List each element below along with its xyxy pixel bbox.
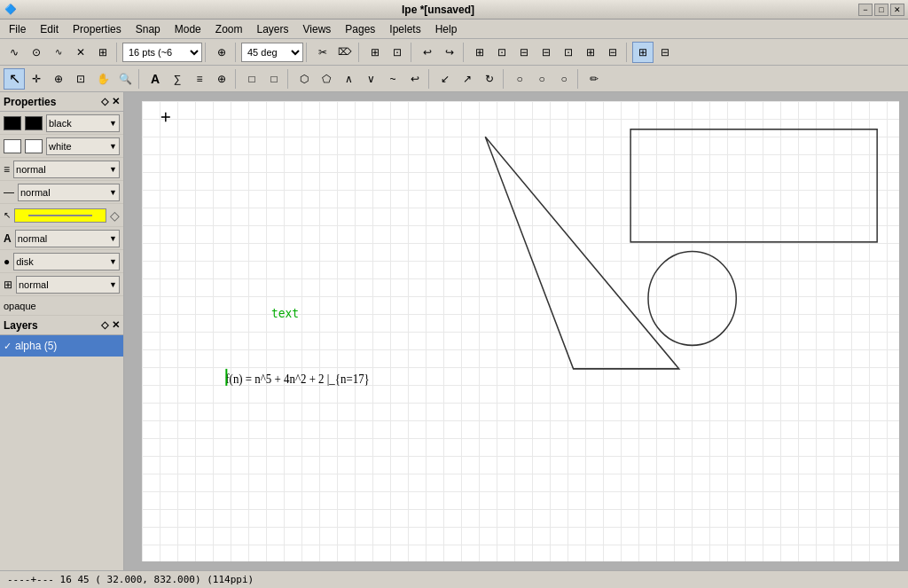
grid-snap-btn[interactable]: ⊞ [92, 42, 114, 63]
fill-color-arrow: ▼ [109, 142, 117, 151]
ellipse-btn[interactable]: ○ [509, 68, 530, 90]
stroke-preview[interactable] [14, 208, 106, 223]
no-grid-btn[interactable]: ⊟ [654, 42, 676, 63]
mark-btn[interactable]: ⊕ [211, 68, 232, 90]
menu-zoom[interactable]: Zoom [208, 21, 250, 37]
fill-color-label: white [49, 141, 72, 152]
menu-snap[interactable]: Snap [129, 21, 168, 37]
layers-header-controls[interactable]: ◇ ✕ [101, 319, 120, 331]
align-btn[interactable]: ≡ [189, 68, 210, 90]
circle-btn[interactable]: ○ [531, 68, 552, 90]
close-button[interactable]: ✕ [890, 4, 904, 16]
ink-btn[interactable]: ✏ [583, 68, 605, 90]
properties-close-icon[interactable]: ✕ [112, 96, 120, 107]
copy-btn[interactable]: ⊞ [364, 42, 386, 63]
arc-tool-btn[interactable]: ∿ [4, 42, 25, 63]
canvas[interactable]: text f(n) = n^5 + 4n^2 + 2 |_{n=17} [142, 101, 899, 561]
paste-btn[interactable]: ⊡ [387, 42, 408, 63]
shear-tool-btn[interactable]: ⊡ [70, 68, 91, 90]
sep11 [287, 69, 291, 89]
circle2-btn[interactable]: ○ [553, 68, 575, 90]
select-tool-btn[interactable]: ↖ [4, 68, 25, 90]
redo-btn[interactable]: ↪ [439, 42, 460, 63]
menu-edit[interactable]: Edit [33, 21, 66, 37]
text-tool-btn[interactable]: A [145, 68, 166, 90]
arc-draw-btn[interactable]: ∨ [360, 68, 381, 90]
properties-section: Properties ◇ ✕ black ▼ wh [0, 92, 123, 316]
text-size-icon: A [4, 232, 12, 245]
pan-tool-btn[interactable]: ✋ [92, 68, 114, 90]
grid-size-select[interactable]: normal ▼ [16, 276, 120, 294]
spline-tool-btn[interactable]: ⬠ [316, 68, 337, 90]
fill-color-select[interactable]: white ▼ [46, 137, 120, 155]
menu-ipelets[interactable]: Ipelets [382, 21, 427, 37]
curve-btn[interactable]: ∿ [48, 42, 69, 63]
poly-tool-btn[interactable]: ⬡ [294, 68, 315, 90]
transform3-btn[interactable]: ⊟ [513, 42, 535, 63]
maximize-button[interactable]: □ [874, 4, 888, 16]
menu-layers[interactable]: Layers [249, 21, 295, 37]
transform5-btn[interactable]: ⊡ [558, 42, 579, 63]
crosshair-btn[interactable]: ⊕ [211, 42, 232, 63]
pen-style-icon: ≡ [4, 163, 10, 176]
properties-pin-icon[interactable]: ◇ [101, 96, 108, 107]
line-style-select[interactable]: normal ▼ [18, 184, 120, 201]
sep14 [577, 69, 581, 89]
fill-color-outer-swatch [4, 139, 21, 153]
symbol-select[interactable]: disk ▼ [13, 253, 120, 270]
canvas-area[interactable]: text f(n) = n^5 + 4n^2 + 2 |_{n=17} [124, 92, 908, 570]
move-tool-btn[interactable]: ✛ [26, 68, 47, 90]
grid-size-label: normal [19, 279, 49, 290]
stroke-color-swatch[interactable] [25, 116, 43, 130]
layer-visibility-check[interactable]: ✓ [4, 341, 12, 352]
menu-pages[interactable]: Pages [338, 21, 382, 37]
stroke-color-arrow: ▼ [109, 119, 117, 128]
sep10 [235, 69, 239, 89]
spiro-btn[interactable]: ↩ [404, 68, 426, 90]
vertex-tool-btn[interactable]: ⊕ [48, 68, 69, 90]
toolbar-row1: ∿ ⊙ ∿ ✕ ⊞ 16 pts (~6 ⊕ 45 deg ✂ ⌦ ⊞ ⊡ ↩ … [0, 39, 908, 66]
text-btn[interactable]: ⊞ [580, 42, 601, 63]
cross-snap-btn[interactable]: ✕ [70, 42, 91, 63]
stroke-diamond-icon[interactable]: ◇ [110, 208, 120, 223]
circle3pt-btn[interactable]: ↙ [434, 68, 456, 90]
grid-view-btn[interactable]: ⊞ [632, 42, 654, 63]
circle-snap-btn[interactable]: ⊙ [26, 42, 47, 63]
pen-style-select[interactable]: normal ▼ [13, 161, 120, 178]
left-panel: Properties ◇ ✕ black ▼ wh [0, 92, 124, 570]
text-size-label: normal [18, 233, 48, 244]
transform2-btn[interactable]: ⊡ [491, 42, 513, 63]
freehand-btn[interactable]: ~ [382, 68, 403, 90]
minimize-button[interactable]: − [858, 4, 873, 16]
svg-point-4 [648, 251, 736, 345]
menu-mode[interactable]: Mode [168, 21, 208, 37]
layer-item-alpha[interactable]: ✓ alpha (5) [0, 335, 123, 357]
properties-title: Properties [4, 96, 56, 108]
properties-header-controls[interactable]: ◇ ✕ [101, 96, 120, 107]
bezier-tool-btn[interactable]: ∧ [338, 68, 359, 90]
layers-close-icon[interactable]: ✕ [112, 319, 120, 331]
cut-btn[interactable]: ✂ [312, 42, 333, 63]
undo-btn[interactable]: ↩ [417, 42, 438, 63]
window-controls[interactable]: − □ ✕ [858, 4, 904, 16]
transform1-btn[interactable]: ⊞ [469, 42, 490, 63]
menu-file[interactable]: File [2, 21, 33, 37]
rect-tool-btn[interactable]: □ [241, 68, 262, 90]
fill-color-swatch[interactable] [25, 139, 43, 153]
snap-size-select[interactable]: 16 pts (~6 [122, 43, 202, 62]
menu-views[interactable]: Views [296, 21, 339, 37]
note-btn[interactable]: ⊟ [602, 42, 623, 63]
text-size-select[interactable]: normal ▼ [15, 230, 120, 247]
menu-help[interactable]: Help [428, 21, 465, 37]
circle-center-btn[interactable]: ↗ [457, 68, 478, 90]
zoom-tool-btn[interactable]: 🔍 [114, 68, 136, 90]
angle-select[interactable]: 45 deg [241, 43, 303, 62]
transform4-btn[interactable]: ⊟ [536, 42, 557, 63]
stroke-color-select[interactable]: black ▼ [46, 114, 120, 132]
menu-properties[interactable]: Properties [66, 21, 129, 37]
rect2-tool-btn[interactable]: □ [263, 68, 285, 90]
para-tool-btn[interactable]: ∑ [167, 68, 188, 90]
rotate-btn[interactable]: ↻ [479, 68, 500, 90]
scissors2-btn[interactable]: ⌦ [334, 42, 356, 63]
layers-pin-icon[interactable]: ◇ [101, 319, 108, 331]
